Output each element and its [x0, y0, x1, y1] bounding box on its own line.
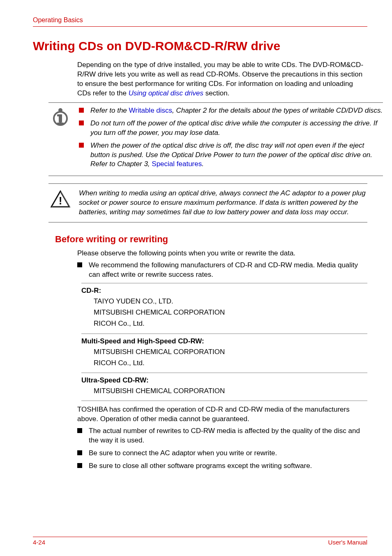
media-head: Multi-Speed and High-Speed CD-RW:: [81, 337, 367, 345]
tail-bullet: Be sure to close all other software prog…: [77, 461, 367, 471]
section-intro: Please observe the following points when…: [77, 249, 367, 258]
media-head: CD-R:: [81, 287, 367, 295]
link-special-features[interactable]: Special features: [152, 160, 202, 168]
confirm-text: TOSHIBA has confirmed the operation of C…: [77, 405, 367, 424]
svg-point-1: [58, 108, 62, 112]
svg-text:!: !: [59, 195, 62, 207]
link-using-optical-disc-drives[interactable]: Using optical disc drives: [129, 89, 203, 97]
media-block-cdr: CD-R: TAIYO YUDEN CO., LTD. MITSUBISHI C…: [81, 283, 367, 334]
page-number: 4-24: [33, 539, 45, 546]
media-head: Ultra-Speed CD-RW:: [81, 376, 367, 385]
media-item: TAIYO YUDEN CO., LTD.: [94, 296, 367, 307]
media-block-cdrw: Multi-Speed and High-Speed CD-RW: MITSUB…: [81, 334, 367, 373]
footer-label: User's Manual: [328, 539, 367, 546]
media-item: MITSUBISHI CHEMICAL CORPORATION: [94, 385, 367, 396]
media-item: MITSUBISHI CHEMICAL CORPORATION: [94, 307, 367, 318]
media-item: RICOH Co., Ltd.: [94, 318, 367, 329]
link-writable-discs[interactable]: Writable discs: [129, 107, 173, 114]
media-table: CD-R: TAIYO YUDEN CO., LTD. MITSUBISHI C…: [81, 283, 367, 401]
note-item-1: Refer to the Writable discs, Chapter 2 f…: [79, 106, 383, 116]
page-title: Writing CDs on DVD-ROM&CD-R/RW drive: [33, 39, 367, 53]
info-icon: [51, 108, 69, 126]
bullet-recommendation: We recommend the following manufacturers…: [77, 261, 367, 280]
note3-pre: When the power of the optical disc drive…: [90, 141, 372, 168]
svg-rect-3: [57, 114, 62, 116]
note1-pre: Refer to the: [90, 107, 129, 114]
media-item: RICOH Co., Ltd.: [94, 357, 367, 368]
note-item-2: Do not turn off the power of the optical…: [79, 119, 383, 138]
caution-text: When writing to media using an optical d…: [79, 189, 367, 217]
running-header: Operating Basics: [33, 16, 367, 27]
tail-bullet: The actual number of rewrites to CD-RW m…: [77, 426, 367, 445]
note1-post: , Chapter 2 for the details about the ty…: [172, 107, 383, 114]
tail-bullet: Be sure to connect the AC adaptor when y…: [77, 449, 367, 458]
media-item: MITSUBISHI CHEMICAL CORPORATION: [94, 346, 367, 357]
note-item-3: When the power of the optical disc drive…: [79, 141, 383, 169]
intro-text-2: section.: [203, 89, 229, 97]
note3-post: .: [202, 160, 204, 168]
intro-paragraph: Depending on the type of drive installed…: [77, 60, 367, 98]
caution-icon: !: [51, 190, 70, 208]
media-block-ultra-cdrw: Ultra-Speed CD-RW: MITSUBISHI CHEMICAL C…: [81, 373, 367, 401]
svg-rect-4: [57, 123, 64, 125]
section-heading: Before writing or rewriting: [55, 234, 367, 245]
